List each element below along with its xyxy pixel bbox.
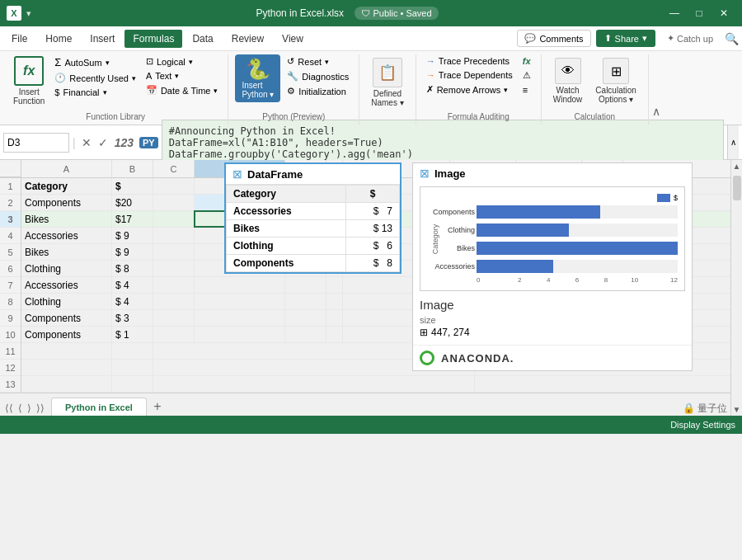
cell-E9[interactable] xyxy=(285,310,326,326)
cell-A8[interactable]: Clothing xyxy=(21,294,112,309)
autosum-button[interactable]: Σ AutoSum ▾ xyxy=(51,54,139,70)
financial-button[interactable]: $ Financial ▾ xyxy=(51,86,139,99)
cell-B2[interactable]: $20 xyxy=(112,195,153,210)
datetime-button[interactable]: 📅 Date & Time ▾ xyxy=(143,83,222,97)
menu-file[interactable]: File xyxy=(3,30,35,48)
sheet-first-btn[interactable]: ⟨⟨ xyxy=(3,401,15,416)
cell-C2[interactable] xyxy=(153,195,195,210)
cell-A2[interactable]: Components xyxy=(21,195,112,210)
remove-arrows-button[interactable]: ✗ Remove Arrows ▾ xyxy=(423,82,516,96)
menu-review[interactable]: Review xyxy=(223,30,272,48)
cell-B6[interactable]: $ 8 xyxy=(112,261,153,276)
cell-A13[interactable] xyxy=(21,376,112,392)
cell-A7[interactable]: Accessories xyxy=(21,277,112,293)
maximize-button[interactable]: □ xyxy=(688,5,711,21)
watch-window-button[interactable]: 👁 WatchWindow xyxy=(548,54,588,107)
share-button[interactable]: ⬆ Share ▾ xyxy=(596,30,655,47)
cell-E10[interactable] xyxy=(285,327,326,342)
cell-F9[interactable] xyxy=(326,310,343,326)
insert-function-formula[interactable]: 123 xyxy=(112,134,136,151)
text-button[interactable]: A Text ▾ xyxy=(143,69,222,82)
cell-C9[interactable] xyxy=(153,310,195,326)
cell-A9[interactable]: Components xyxy=(21,310,112,326)
cell-A3[interactable]: Bikes xyxy=(21,211,112,227)
cell-A6[interactable]: Clothing xyxy=(21,261,112,276)
logical-button[interactable]: ⊡ Logical ▾ xyxy=(143,54,222,68)
ribbon-expand-button[interactable]: ∧ xyxy=(649,101,664,121)
cell-D7[interactable] xyxy=(195,277,285,293)
confirm-formula[interactable]: ✓ xyxy=(96,134,110,151)
close-button[interactable]: ✕ xyxy=(712,5,735,21)
scroll-down-arrow[interactable]: ▼ xyxy=(731,403,742,416)
cell-A1[interactable]: Category xyxy=(21,178,112,194)
defined-names-button[interactable]: 📋 DefinedNames ▾ xyxy=(366,54,408,111)
cell-C4[interactable] xyxy=(153,228,195,243)
cell-C5[interactable] xyxy=(153,244,195,260)
cell-C7[interactable] xyxy=(153,277,195,293)
evaluate-formula-button[interactable]: ≡ xyxy=(519,83,534,96)
menu-insert[interactable]: Insert xyxy=(82,30,123,48)
diagnostics-button[interactable]: 🔧 Diagnostics xyxy=(284,69,352,83)
add-sheet-button[interactable]: + xyxy=(148,398,167,416)
cell-B10[interactable]: $ 1 xyxy=(112,327,153,342)
sheet-prev-btn[interactable]: ⟨ xyxy=(16,401,24,416)
calc-options-button[interactable]: ⊞ CalculationOptions ▾ xyxy=(590,54,641,107)
cell-B13[interactable] xyxy=(112,376,153,392)
name-box[interactable]: D3 xyxy=(3,133,69,153)
cell-A4[interactable]: Accessories xyxy=(21,228,112,243)
menu-view[interactable]: View xyxy=(274,30,312,48)
cell-A11[interactable] xyxy=(21,343,112,359)
trace-dependents-button[interactable]: → Trace Dependents xyxy=(423,68,516,82)
cell-B7[interactable]: $ 4 xyxy=(112,277,153,293)
menu-data[interactable]: Data xyxy=(184,30,221,48)
cell-C3[interactable] xyxy=(153,211,195,227)
catchup-button[interactable]: ✦ Catch up xyxy=(660,31,720,46)
cell-B8[interactable]: $ 4 xyxy=(112,294,153,309)
cell-C1[interactable] xyxy=(153,178,195,194)
insert-function-button[interactable]: fx InsertFunction xyxy=(10,54,48,107)
cell-D9[interactable] xyxy=(195,310,285,326)
cell-C10[interactable] xyxy=(153,327,195,342)
cell-E7[interactable] xyxy=(285,277,326,293)
cancel-formula[interactable]: ✕ xyxy=(79,134,94,151)
scroll-thumb[interactable] xyxy=(733,176,741,200)
sheet-next-btn[interactable]: ⟩ xyxy=(26,401,33,416)
formula-expand[interactable]: ∧ xyxy=(727,125,739,159)
display-settings-label[interactable]: Display Settings xyxy=(670,420,735,430)
sheet-tab-python[interactable]: Python in Excel xyxy=(51,398,147,416)
error-checking-button[interactable]: ⚠ xyxy=(519,68,534,82)
sheet-last-btn[interactable]: ⟩⟩ xyxy=(35,401,46,416)
col-A[interactable]: A xyxy=(21,160,112,177)
show-formulas-button[interactable]: fx xyxy=(519,54,534,68)
cell-F10[interactable] xyxy=(326,327,343,342)
cell-D10[interactable] xyxy=(195,327,285,342)
reset-button[interactable]: ↺ Reset ▾ xyxy=(284,54,352,68)
cell-A10[interactable]: Components xyxy=(21,327,112,342)
vertical-scrollbar[interactable]: ▲ ▼ xyxy=(730,160,742,416)
cell-A5[interactable]: Bikes xyxy=(21,244,112,260)
cell-B9[interactable]: $ 3 xyxy=(112,310,153,326)
cell-B3[interactable]: $17 xyxy=(112,211,153,227)
menu-home[interactable]: Home xyxy=(37,30,80,48)
cell-B4[interactable]: $ 9 xyxy=(112,228,153,243)
cell-C13[interactable] xyxy=(153,376,475,392)
initialization-button[interactable]: ⚙ Initialization xyxy=(284,84,352,98)
scroll-up-arrow[interactable]: ▲ xyxy=(731,160,742,172)
comments-button[interactable]: 💬 Comments xyxy=(517,30,590,47)
col-C[interactable]: C xyxy=(153,160,195,177)
cell-A12[interactable] xyxy=(21,360,112,375)
cell-C6[interactable] xyxy=(153,261,195,276)
cell-B12[interactable] xyxy=(112,360,153,375)
menu-formulas[interactable]: Formulas xyxy=(124,30,182,48)
search-button[interactable]: 🔍 xyxy=(725,32,739,45)
cell-B11[interactable] xyxy=(112,343,153,359)
col-B[interactable]: B xyxy=(112,160,153,177)
cell-C8[interactable] xyxy=(153,294,195,309)
cell-B1[interactable]: $ xyxy=(112,178,153,194)
cell-D8[interactable] xyxy=(195,294,285,309)
minimize-button[interactable]: — xyxy=(663,5,686,21)
cell-B5[interactable]: $ 9 xyxy=(112,244,153,260)
trace-precedents-button[interactable]: → Trace Precedents xyxy=(423,54,516,68)
cell-F7[interactable] xyxy=(326,277,343,293)
recently-used-button[interactable]: 🕐 Recently Used ▾ xyxy=(51,71,139,85)
